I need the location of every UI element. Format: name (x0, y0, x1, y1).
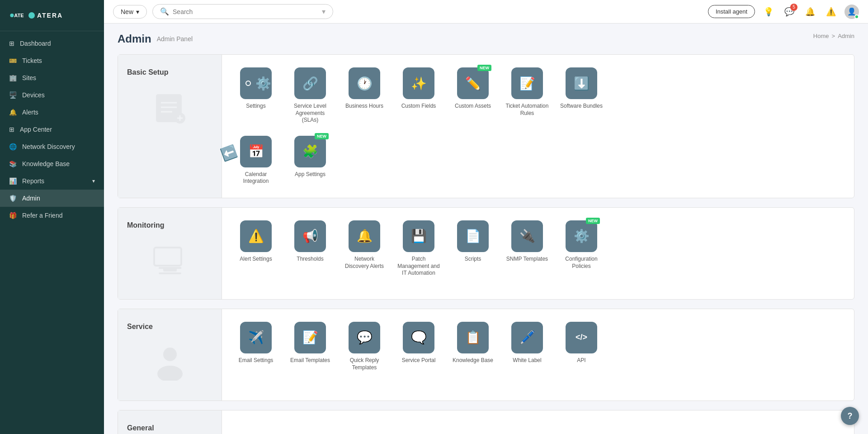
gift-icon: 🎁 (9, 212, 17, 219)
topbar: New ▾ 🔍 ▾ Install agent 💡 💬 5 🔔 ⚠️ (104, 0, 868, 24)
sites-icon: 🏢 (9, 74, 17, 81)
knowledge-base-icon: 📚 (9, 160, 17, 167)
tile-business-hours[interactable]: 🕐 Business Hours (340, 64, 389, 128)
basic-setup-section-icon (152, 90, 188, 133)
svg-point-16 (157, 366, 183, 381)
knowledge-base-admin-tile-icon: 📋 (457, 322, 489, 353)
calendar-integration-tile-label: Calendar Integration (234, 171, 278, 185)
sidebar-item-devices[interactable]: 🖥️ Devices (0, 86, 104, 104)
tile-quick-reply-templates[interactable]: 💬 Quick Reply Templates (340, 318, 389, 375)
breadcrumb: Home > Admin (813, 33, 854, 39)
tile-ticket-automation[interactable]: 📝 Ticket Automation Rules (502, 64, 552, 128)
tile-email-settings[interactable]: ✈️ Email Settings (231, 318, 281, 375)
help-button[interactable]: ? (841, 407, 859, 425)
tile-settings[interactable]: ⚙️ Settings (231, 64, 281, 128)
scripts-tile-icon: 📄 (457, 220, 489, 252)
search-bar[interactable]: 🔍 ▾ (152, 4, 333, 19)
svg-rect-11 (154, 248, 181, 266)
page-title: Admin (118, 33, 151, 45)
sidebar-item-alerts[interactable]: 🔔 Alerts (0, 104, 104, 121)
sidebar-item-app-center[interactable]: ⊞ App Center (0, 121, 104, 138)
sidebar-item-label: Sites (22, 74, 36, 81)
settings-tile-label: Settings (246, 103, 265, 110)
help-icon: ? (848, 411, 853, 421)
admin-icon: 🛡️ (9, 195, 17, 202)
email-settings-tile-label: Email Settings (239, 357, 274, 364)
tile-snmp-templates[interactable]: 🔌 SNMP Templates (502, 217, 552, 281)
new-badge: NEW (477, 65, 491, 71)
sidebar-item-network-discovery[interactable]: 🌐 Network Discovery (0, 138, 104, 155)
section-title-service: Service (127, 323, 153, 331)
snmp-templates-tile-label: SNMP Templates (506, 256, 548, 263)
app-settings-tile-icon: NEW 🧩 (294, 136, 326, 167)
tile-app-settings[interactable]: NEW 🧩 App Settings (285, 132, 335, 189)
tile-custom-assets[interactable]: NEW ✏️ Custom Assets (448, 64, 498, 128)
tile-api[interactable]: </> API (557, 318, 606, 375)
sidebar-item-dashboard[interactable]: ⊞ Dashboard (0, 35, 104, 52)
sidebar-item-reports[interactable]: 📊 Reports ▾ (0, 172, 104, 190)
software-bundles-tile-label: Software Bundles (560, 103, 603, 110)
svg-text:ATERA: ATERA (14, 13, 24, 18)
tile-email-templates[interactable]: 📝 Email Templates (285, 318, 335, 375)
tile-configuration-policies[interactable]: NEW ⚙️ Configuration Policies (557, 217, 606, 281)
search-input[interactable] (173, 8, 318, 15)
tile-thresholds[interactable]: 📢 Thresholds (285, 217, 335, 281)
section-label-monitoring: Monitoring (118, 208, 222, 299)
sidebar-item-label: Refer a Friend (22, 212, 62, 219)
monitoring-section-icon (152, 243, 188, 286)
tile-network-discovery-alerts[interactable]: 🔔 Network Discovery Alerts (340, 217, 389, 281)
sidebar-item-knowledge-base[interactable]: 📚 Knowledge Base (0, 155, 104, 172)
email-settings-tile-icon: ✈️ (240, 322, 272, 353)
user-avatar[interactable]: 👤 (844, 5, 859, 19)
custom-fields-tile-label: Custom Fields (401, 103, 436, 110)
sidebar-item-label: Devices (22, 91, 45, 99)
scripts-tile-label: Scripts (465, 256, 481, 263)
sidebar-item-label: Admin (22, 195, 40, 202)
sidebar-item-tickets[interactable]: 🎫 Tickets (0, 52, 104, 69)
alert-settings-tile-icon: ⚠️ (240, 220, 272, 252)
app-center-icon: ⊞ (9, 126, 14, 133)
sidebar-nav: ⊞ Dashboard 🎫 Tickets 🏢 Sites 🖥️ Devices… (0, 31, 104, 434)
new-button[interactable]: New ▾ (113, 5, 147, 19)
sidebar: ATERA ATERA ⊞ Dashboard 🎫 Tickets 🏢 Site… (0, 0, 104, 434)
tile-software-bundles[interactable]: ⬇️ Software Bundles (557, 64, 606, 128)
ticket-automation-tile-icon: 📝 (511, 67, 543, 99)
tile-sla[interactable]: 🔗 Service Level Agreements (SLAs) (285, 64, 335, 128)
bell-icon: 🔔 (805, 7, 815, 17)
thresholds-tile-label: Thresholds (297, 256, 323, 263)
breadcrumb-current: Admin (838, 33, 854, 39)
tile-patch-management[interactable]: 💾 Patch Management and IT Automation (394, 217, 443, 281)
new-badge: NEW (315, 133, 329, 139)
tile-white-label[interactable]: 🖊️ White Label (502, 318, 552, 375)
tile-custom-fields[interactable]: ✨ Custom Fields (394, 64, 443, 128)
tile-alert-settings[interactable]: ⚠️ Alert Settings (231, 217, 281, 281)
settings-tile-icon: ⚙️ (240, 67, 272, 99)
network-discovery-alerts-tile-icon: 🔔 (349, 220, 380, 252)
breadcrumb-home[interactable]: Home (813, 33, 829, 39)
online-indicator (854, 14, 859, 19)
tile-service-portal[interactable]: 🗨️ Service Portal (394, 318, 443, 375)
bell-button[interactable]: 🔔 (803, 5, 817, 19)
new-button-label: New (121, 8, 133, 15)
sidebar-item-label: Network Discovery (22, 143, 75, 150)
alert-button[interactable]: ⚠️ (824, 5, 838, 19)
network-discovery-icon: 🌐 (9, 143, 17, 150)
app-settings-tile-label: App Settings (295, 171, 326, 178)
sidebar-item-label: Alerts (22, 109, 38, 116)
sidebar-item-refer-friend[interactable]: 🎁 Refer a Friend (0, 207, 104, 224)
tile-knowledge-base-admin[interactable]: 📋 Knowledge Base (448, 318, 498, 375)
tile-scripts[interactable]: 📄 Scripts (448, 217, 498, 281)
chat-button[interactable]: 💬 5 (782, 5, 797, 19)
page-subtitle: Admin Panel (157, 35, 193, 43)
tips-button[interactable]: 💡 (761, 5, 776, 19)
install-agent-button[interactable]: Install agent (708, 5, 755, 18)
logo[interactable]: ATERA ATERA (0, 0, 104, 31)
sidebar-item-sites[interactable]: 🏢 Sites (0, 69, 104, 86)
custom-assets-tile-label: Custom Assets (455, 103, 491, 110)
sidebar-item-admin[interactable]: 🛡️ Admin (0, 190, 104, 207)
tile-calendar-integration[interactable]: ➡️ 📅 Calendar Integration (231, 132, 281, 189)
quick-reply-templates-tile-icon: 💬 (349, 322, 380, 353)
section-title-general: General (127, 424, 154, 432)
sidebar-item-label: Tickets (22, 57, 42, 64)
monitoring-items: ⚠️ Alert Settings 📢 Thresholds 🔔 Network… (222, 208, 854, 299)
